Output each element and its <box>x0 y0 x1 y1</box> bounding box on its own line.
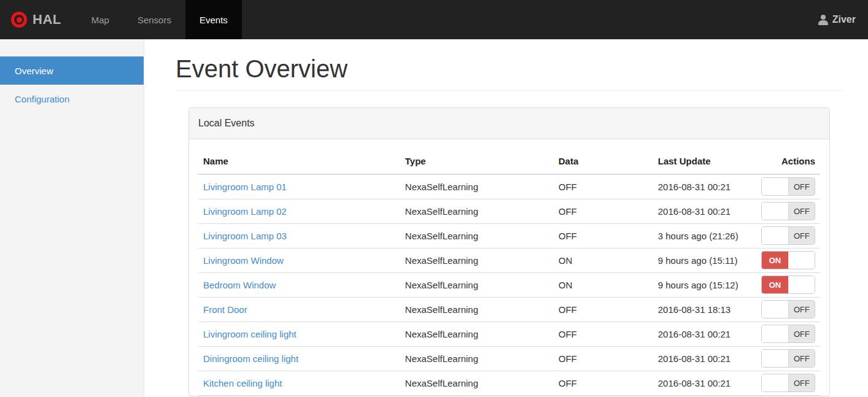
event-toggle-switch[interactable]: OFF <box>761 177 815 196</box>
column-header-name: Name <box>198 148 400 174</box>
table-row: Livingroom Lamp 03 NexaSelfLearning OFF … <box>198 223 820 248</box>
event-toggle-switch[interactable]: OFF <box>761 300 815 318</box>
event-name-link[interactable]: Front Door <box>203 304 247 315</box>
event-name-link[interactable]: Bedroom Window <box>203 280 276 290</box>
user-name: Ziver <box>832 14 856 25</box>
nav-item-sensors[interactable]: Sensors <box>123 0 185 39</box>
event-last-update: 2016-08-31 00:21 <box>653 199 756 223</box>
navbar-menu: Map Sensors Events <box>77 0 242 39</box>
nav-item-events[interactable]: Events <box>185 0 242 39</box>
event-toggle-switch[interactable]: OFF <box>761 325 815 343</box>
event-data: OFF <box>554 199 653 223</box>
event-name-link[interactable]: Livingroom ceiling light <box>203 329 296 339</box>
event-data: ON <box>554 248 653 272</box>
event-name-link[interactable]: Livingroom Window <box>203 255 284 266</box>
table-row: Kitchen ceiling light NexaSelfLearning O… <box>198 371 820 395</box>
column-header-last-update: Last Update <box>653 148 756 174</box>
event-name-link[interactable]: Kitchen ceiling light <box>203 378 282 388</box>
event-toggle-switch[interactable]: ON <box>761 251 815 269</box>
event-type: NexaSelfLearning <box>400 297 554 322</box>
event-data: OFF <box>554 346 653 371</box>
event-name-link[interactable]: Livingroom Lamp 02 <box>203 206 287 217</box>
event-toggle-switch[interactable]: OFF <box>761 226 815 245</box>
toggle-on-label <box>762 202 788 220</box>
table-row: Bedroom Window NexaSelfLearning ON 9 hou… <box>198 272 820 297</box>
event-name-link[interactable]: Livingroom Lamp 03 <box>203 231 287 241</box>
sidebar-item-configuration[interactable]: Configuration <box>0 85 144 113</box>
toggle-off-label: OFF <box>788 325 815 342</box>
event-name-link[interactable]: Livingroom Lamp 01 <box>203 182 287 192</box>
table-row: Livingroom Lamp 02 NexaSelfLearning OFF … <box>198 199 820 223</box>
event-data: OFF <box>554 371 653 395</box>
panel-body: Name Type Data Last Update Actions Livin… <box>189 148 829 396</box>
main-content: Event Overview Local Events Name Type Da… <box>144 39 868 397</box>
brand-text: HAL <box>33 12 61 28</box>
event-type: NexaSelfLearning <box>400 371 554 395</box>
toggle-off-label: OFF <box>788 350 815 367</box>
event-type: NexaSelfLearning <box>400 223 554 248</box>
toggle-off-label: OFF <box>788 301 815 318</box>
event-name-link[interactable]: Diningroom ceiling light <box>203 353 298 364</box>
toggle-on-label <box>762 227 788 244</box>
top-navbar: HAL Map Sensors Events Ziver <box>0 0 868 39</box>
table-row: Livingroom Window NexaSelfLearning ON 9 … <box>198 248 820 272</box>
toggle-on-label <box>762 350 788 367</box>
toggle-off-label: OFF <box>788 374 815 391</box>
event-data: OFF <box>554 223 653 248</box>
toggle-off-label: OFF <box>788 178 815 195</box>
navbar-spacer <box>242 0 818 39</box>
event-toggle-switch[interactable]: OFF <box>761 202 815 220</box>
event-last-update: 2016-08-31 00:21 <box>653 346 756 371</box>
event-type: NexaSelfLearning <box>400 346 554 371</box>
event-toggle-switch[interactable]: OFF <box>761 374 815 392</box>
toggle-on-label <box>762 178 788 195</box>
user-icon <box>818 15 828 25</box>
column-header-actions: Actions <box>756 148 820 174</box>
nav-item-map[interactable]: Map <box>77 0 123 39</box>
page-title: Event Overview <box>176 55 843 82</box>
panel-title: Local Events <box>189 108 829 139</box>
toggle-on-label: ON <box>762 252 788 269</box>
event-data: OFF <box>554 297 653 322</box>
event-type: NexaSelfLearning <box>400 199 554 223</box>
local-events-panel: Local Events Name Type Data Last Update … <box>188 107 830 396</box>
toggle-off-label: OFF <box>788 202 815 220</box>
events-table: Name Type Data Last Update Actions Livin… <box>198 148 820 396</box>
event-last-update: 2016-08-31 00:21 <box>653 322 756 346</box>
table-row: Livingroom Lamp 01 NexaSelfLearning OFF … <box>198 174 820 199</box>
events-table-body: Livingroom Lamp 01 NexaSelfLearning OFF … <box>198 174 820 395</box>
user-menu[interactable]: Ziver <box>818 0 868 39</box>
hal-logo-icon <box>11 12 27 28</box>
event-toggle-switch[interactable]: ON <box>761 276 815 294</box>
event-type: NexaSelfLearning <box>400 174 554 199</box>
toggle-off-label: OFF <box>788 227 815 244</box>
toggle-on-label <box>762 374 788 391</box>
event-toggle-switch[interactable]: OFF <box>761 349 815 368</box>
event-type: NexaSelfLearning <box>400 248 554 272</box>
sidebar: Overview Configuration <box>0 39 144 397</box>
event-last-update: 9 hours ago (15:12) <box>653 272 756 297</box>
toggle-on-label: ON <box>762 276 788 293</box>
event-type: NexaSelfLearning <box>400 322 554 346</box>
sidebar-item-overview[interactable]: Overview <box>0 56 144 85</box>
event-data: OFF <box>554 174 653 199</box>
event-last-update: 2016-08-31 00:21 <box>653 371 756 395</box>
event-data: OFF <box>554 322 653 346</box>
table-row: Front Door NexaSelfLearning OFF 2016-08-… <box>198 297 820 322</box>
table-row: Livingroom ceiling light NexaSelfLearnin… <box>198 322 820 346</box>
table-row: Diningroom ceiling light NexaSelfLearnin… <box>198 346 820 371</box>
event-data: ON <box>554 272 653 297</box>
toggle-on-label <box>762 325 788 342</box>
toggle-off-label <box>788 252 815 269</box>
event-last-update: 3 hours ago (21:26) <box>653 223 756 248</box>
event-last-update: 9 hours ago (15:11) <box>653 248 756 272</box>
event-last-update: 2016-08-31 00:21 <box>653 174 756 199</box>
column-header-data: Data <box>554 148 653 174</box>
toggle-off-label <box>788 276 815 293</box>
column-header-type: Type <box>400 148 554 174</box>
event-last-update: 2016-08-31 18:13 <box>653 297 756 322</box>
toggle-on-label <box>762 301 788 318</box>
page-header: Event Overview <box>176 55 843 91</box>
table-header-row: Name Type Data Last Update Actions <box>198 148 820 174</box>
brand[interactable]: HAL <box>0 0 77 39</box>
